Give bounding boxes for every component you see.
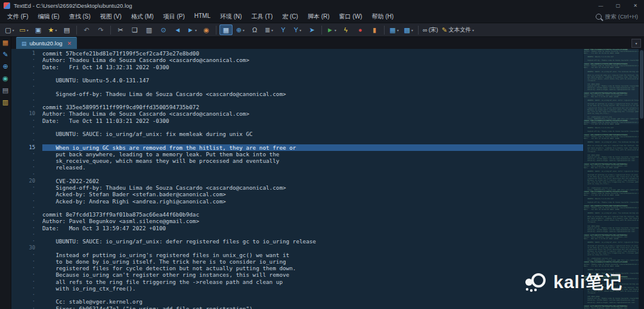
line-number[interactable]: ·	[11, 231, 42, 238]
code-line[interactable]: · Acked-by: Andrea Righi <andrea.righi@c…	[11, 198, 583, 205]
code-line[interactable]: · registered files for cycle detection b…	[11, 265, 583, 271]
line-number[interactable]: ·	[11, 292, 42, 298]
code-line-text[interactable]: UBUNTU: Ubuntu-5.4.0-131.147	[42, 77, 583, 84]
line-number[interactable]: ·	[11, 137, 42, 144]
code-line-text[interactable]: put back anywhere, leading to a memory l…	[42, 151, 583, 157]
code-line[interactable]: ·	[11, 205, 583, 211]
code-line[interactable]: · UBUNTU: Ubuntu-5.4.0-131.147	[11, 77, 583, 84]
code-line[interactable]: 30	[11, 245, 583, 251]
code-line-text[interactable]: Signed-off-by: Thadeu Lima de Souza Casc…	[42, 91, 583, 97]
line-number[interactable]: ·	[11, 131, 42, 137]
code-line-text[interactable]: with io_ring_ctx_free().	[42, 285, 583, 292]
sidebar-edit-pencil-icon[interactable]: ✎	[2, 51, 8, 58]
code-line-text[interactable]	[42, 231, 583, 238]
toolbar-filter-button[interactable]: Y	[277, 24, 290, 35]
code-line-text[interactable]: Date: Mon Oct 3 13:59:47 2022 +0100	[42, 225, 583, 231]
toolbar-block-select-button[interactable]: ▦	[219, 24, 233, 35]
line-number[interactable]: ·	[11, 124, 42, 131]
code-line[interactable]: · sk_receive_queue, which means they wil…	[11, 157, 583, 164]
code-line-text[interactable]: sk_receive_queue, which means they will …	[42, 157, 583, 164]
code-line[interactable]: 1commit 57bcefe21bd81e71f199f5cef2ca473e…	[11, 50, 583, 57]
code-line-text[interactable]	[42, 245, 583, 251]
sidebar-snippets-icon[interactable]: ▤	[2, 87, 8, 94]
line-number[interactable]: ·	[11, 252, 42, 258]
menu-view[interactable]: 视图 (V)	[95, 13, 126, 21]
line-number[interactable]: ·	[11, 191, 42, 197]
line-number[interactable]: ·	[11, 64, 42, 70]
code-line[interactable]: ·Author: Thadeu Lima de Souza Cascardo <…	[11, 57, 583, 63]
line-number[interactable]: ·	[11, 238, 42, 245]
line-number[interactable]: ·	[11, 211, 42, 218]
toolbar-cut-button[interactable]: ✂	[114, 24, 127, 35]
code-line-text[interactable]	[42, 292, 583, 298]
code-line[interactable]: 15 When io_uring GC skbs are removed fro…	[11, 144, 583, 151]
code-line[interactable]: · put back anywhere, leading to a memory…	[11, 151, 583, 157]
code-line[interactable]: ·Date: Fri Oct 14 13:32:31 2022 -0300	[11, 64, 583, 70]
toolbar-bookmark-button[interactable]: ◉	[200, 24, 213, 35]
code-line-text[interactable]: UBUNTU: SAUCE: io_uring/af_unix: fix mem…	[42, 131, 583, 137]
code-line[interactable]: ·	[11, 137, 583, 144]
toolbar-filter-advanced-button[interactable]: Y▾	[291, 24, 304, 35]
toolbar-stop-macro-button[interactable]: ▮	[368, 24, 381, 35]
line-number[interactable]: ·	[11, 305, 42, 309]
line-number[interactable]: 10	[11, 110, 42, 117]
line-number[interactable]: ·	[11, 184, 42, 191]
line-number[interactable]: ·	[11, 57, 42, 63]
line-number[interactable]: ·	[11, 77, 42, 84]
line-number[interactable]: ·	[11, 258, 42, 265]
line-number[interactable]: ·	[11, 151, 42, 157]
menu-project[interactable]: 项目 (P)	[159, 13, 190, 21]
code-pane[interactable]: 1commit 57bcefe21bd81e71f199f5cef2ca473e…	[11, 49, 583, 309]
menu-edit[interactable]: 编辑 (E)	[33, 13, 64, 21]
code-line-text[interactable]	[42, 137, 583, 144]
line-number[interactable]: ·	[11, 157, 42, 164]
line-number[interactable]: 15	[11, 144, 42, 151]
code-line[interactable]: ·commit 335ee58995f11ff99f9cd90ffd350059…	[11, 104, 583, 110]
code-line-text[interactable]: registered files for cycle detection but…	[42, 265, 583, 271]
menu-help[interactable]: 帮助 (H)	[367, 13, 398, 21]
code-line-text[interactable]	[42, 124, 583, 131]
line-number[interactable]: ·	[11, 91, 42, 97]
sidebar-explorer-icon[interactable]: ▦	[2, 39, 8, 46]
line-number[interactable]: ·	[11, 205, 42, 211]
toolbar-record-macro-button[interactable]: ●	[354, 24, 367, 35]
code-line-text[interactable]	[42, 97, 583, 104]
code-line-text[interactable]: commit 8e7fcdd1373ff9af01ba875ac66ea44f6…	[42, 211, 583, 218]
minimap[interactable]: commit 57bcefe21bd81e71f199f5cef2ca473e2…	[583, 49, 639, 309]
code-line[interactable]: · UBUNTU: SAUCE: io_uring/af_unix: defer…	[11, 238, 583, 245]
toolbar-find-button[interactable]: ⊙	[157, 24, 170, 35]
toolbar-open-file-button[interactable]: ▭▾	[17, 24, 30, 35]
code-line-text[interactable]: Date: Fri Oct 14 13:32:31 2022 -0300	[42, 64, 583, 70]
line-number[interactable]: ·	[11, 70, 42, 77]
toolbar-quick-run-button[interactable]: ϟ	[339, 24, 352, 35]
sidebar-web-icon[interactable]: ⊕	[2, 63, 8, 70]
code-line-text[interactable]	[42, 171, 583, 178]
toolbar-special-symbols-button[interactable]: Ω	[248, 24, 261, 35]
sidebar-disc-icon[interactable]: ◉	[2, 75, 8, 82]
line-number[interactable]: 20	[11, 178, 42, 184]
line-number[interactable]: ·	[11, 97, 42, 104]
code-line-text[interactable]: Fixes: 6b06314c47e1 ("io_uring: add file…	[42, 305, 583, 309]
toolbar-redo-button[interactable]: ↷	[94, 24, 107, 35]
code-line[interactable]: 20 CVE-2022-2602	[11, 178, 583, 184]
toolbar-print-button[interactable]: ▤	[60, 24, 73, 35]
toolbar-split-view-button[interactable]: ▩▾	[402, 24, 415, 35]
code-line-text[interactable]	[42, 70, 583, 77]
menu-macro[interactable]: 宏 (C)	[277, 13, 303, 21]
toolbar-run-button[interactable]: ►▾	[325, 24, 338, 35]
code-line-text[interactable]: Acked-by: Andrea Righi <andrea.righi@can…	[42, 198, 583, 205]
menu-format[interactable]: 格式 (M)	[126, 13, 159, 21]
code-line[interactable]: · Instead of putting io_uring's register…	[11, 252, 583, 258]
line-number[interactable]: 1	[11, 50, 42, 57]
toolbar-copy-button[interactable]: ❏	[128, 24, 141, 35]
code-line[interactable]: ·	[11, 292, 583, 298]
code-line[interactable]: ·	[11, 124, 583, 131]
toolbar-new-file-button[interactable]: ▢▾	[3, 24, 16, 35]
code-line-text[interactable]: CVE-2022-2602	[42, 178, 583, 184]
toolbar-save-button[interactable]: ▣	[32, 24, 45, 35]
toolbar-undo-button[interactable]: ↶	[80, 24, 93, 35]
tab-ubuntu20-log[interactable]: ▤ ubuntu20.log ✕	[16, 37, 77, 49]
toolbar-font-style-button[interactable]: ∞(宋)	[422, 24, 439, 35]
code-line-text[interactable]	[42, 205, 583, 211]
toolbar-goto-button[interactable]: ➤	[305, 24, 318, 35]
